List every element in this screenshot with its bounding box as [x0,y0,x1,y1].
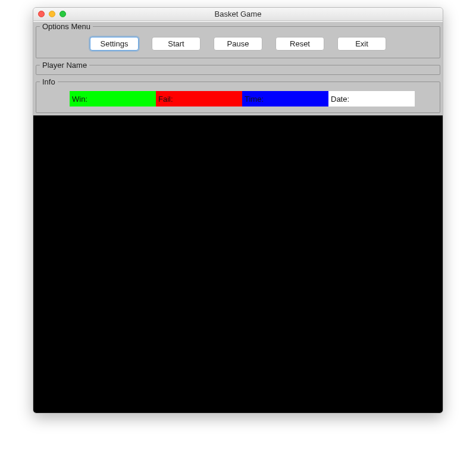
window-title: Basket Game [33,10,443,18]
exit-button[interactable]: Exit [337,37,386,51]
window-content: Options Menu Settings Start Pause Reset … [33,22,443,413]
options-menu-group: Options Menu Settings Start Pause Reset … [36,22,440,58]
minimize-icon[interactable] [49,11,55,17]
close-icon[interactable] [38,11,45,17]
app-window: Basket Game Options Menu Settings Start … [33,7,443,414]
settings-button[interactable]: Settings [90,37,139,51]
game-canvas[interactable] [33,115,443,413]
titlebar: Basket Game [33,8,443,21]
fail-cell: Fail: [156,91,242,107]
info-legend: Info [40,77,58,86]
pause-button[interactable]: Pause [214,37,262,51]
start-button[interactable]: Start [152,37,201,51]
win-cell: Win: [70,91,156,107]
info-row: Win: Fail: Time: Date: [40,89,436,107]
reset-button[interactable]: Reset [275,37,324,51]
player-name-group: Player Name [36,61,440,75]
info-group: Info Win: Fail: Time: Date: [36,77,440,113]
player-name-legend: Player Name [40,61,89,70]
zoom-icon[interactable] [60,11,66,17]
time-cell: Time: [242,91,328,107]
options-button-row: Settings Start Pause Reset Exit [40,33,436,52]
window-controls [38,11,66,17]
date-cell: Date: [328,91,415,107]
options-menu-legend: Options Menu [40,22,93,31]
